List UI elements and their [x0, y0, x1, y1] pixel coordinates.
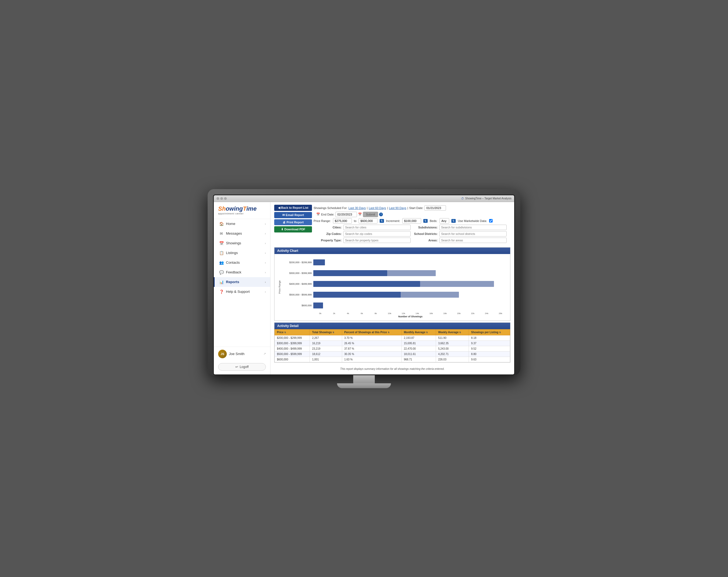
- zip-codes-input[interactable]: [343, 231, 411, 237]
- sort-icon-percent: ⇅: [388, 331, 390, 334]
- chevron-icon: ›: [265, 222, 266, 225]
- sidebar-item-showings[interactable]: 📅 Showings ›: [214, 239, 270, 248]
- increment-adjust-btn[interactable]: ⇅: [423, 219, 427, 223]
- activity-table: Price ⇅ Total Showings ⇅ Percent of Show…: [275, 329, 510, 362]
- last90-link[interactable]: Last 90 Days: [389, 207, 406, 210]
- price-to-input[interactable]: [359, 218, 378, 224]
- min-dot: [220, 197, 223, 200]
- chevron-icon: ›: [265, 271, 266, 274]
- end-date-input[interactable]: [335, 212, 357, 217]
- activity-table-section: Activity Detail Price ⇅ Total Showings ⇅…: [274, 323, 511, 363]
- cell-monthly: 968.71: [401, 357, 436, 362]
- subdivisions-field-row: Subdivisions:: [413, 225, 506, 230]
- chevron-icon: ›: [265, 232, 266, 235]
- bar-blue-5: [313, 303, 323, 308]
- back-to-report-list-button[interactable]: ◀ Back to Report List: [274, 205, 312, 211]
- property-type-label: Property Type:: [317, 239, 342, 242]
- col-monthly[interactable]: Monthly Average ⇅: [401, 329, 436, 335]
- cell-total: 23,219: [310, 346, 342, 351]
- col-per-listing[interactable]: Showings per Listing ⇅: [469, 329, 510, 335]
- showings-info: Showings Scheduled For: Last 30 Days | L…: [314, 205, 511, 244]
- bar-blue-1: [313, 259, 325, 265]
- cell-percent: 1.63 %: [342, 357, 401, 362]
- help-circle-icon[interactable]: ?: [379, 213, 383, 216]
- price-filter-row: Price Range: to ⇅ Increment: ⇅ Beds:: [314, 218, 511, 224]
- property-type-input[interactable]: [343, 238, 411, 243]
- email-label: Email Report: [286, 213, 304, 217]
- areas-field-row: Areas:: [413, 238, 506, 243]
- chart-content: $200,000 - $299,999 $300,000 - $399,999: [282, 257, 508, 318]
- showings-icon: 📅: [219, 241, 224, 245]
- col-weekly[interactable]: Weekly Average ⇅: [436, 329, 469, 335]
- sidebar-item-help[interactable]: ❓ Help & Support ›: [214, 287, 270, 297]
- marketwide-checkbox[interactable]: [489, 219, 493, 222]
- subdivisions-input[interactable]: [439, 225, 506, 230]
- col-percent[interactable]: Percent of Showings at this Price ⇅: [342, 329, 401, 335]
- x-tick-2: 2k: [327, 312, 341, 314]
- cities-input[interactable]: [343, 225, 411, 230]
- pdf-label: Download PDF: [284, 228, 306, 231]
- bar-row-5: $600,000: [282, 303, 508, 308]
- download-pdf-button[interactable]: ⬇ Download PDF: [274, 226, 312, 232]
- price-to-sep: to: [354, 219, 357, 222]
- action-buttons: ◀ Back to Report List ✉ Email Report 🖨 P…: [274, 205, 312, 232]
- scheduled-label: Showings Scheduled For:: [314, 207, 347, 210]
- cell-per-listing: 9.37: [469, 340, 510, 346]
- sort-icon-weekly: ⇅: [459, 331, 461, 334]
- bar-row-1: $200,000 - $299,999: [282, 259, 508, 265]
- print-icon: 🖨: [283, 221, 286, 224]
- y-axis-label: Price Range: [278, 280, 281, 294]
- table-row: $500,000 - $599,999 18,612 30.35 % 18,01…: [275, 351, 510, 357]
- sidebar-item-contacts[interactable]: 👥 Contacts ›: [214, 258, 270, 268]
- last60-link[interactable]: Last 60 Days: [369, 207, 386, 210]
- beds-label: Beds:: [430, 219, 437, 222]
- start-date-label: Start Date:: [409, 207, 423, 210]
- sidebar-item-home[interactable]: 🏠 Home ›: [214, 219, 270, 229]
- end-date-icon: 📅: [316, 213, 320, 216]
- chevron-icon: ›: [265, 242, 266, 245]
- search-fields: Cities: Subdivisions: Zip Codes:: [314, 224, 511, 244]
- subdivisions-label: Subdivisions:: [413, 226, 438, 229]
- logoff-section: ↩ Logoff: [218, 363, 266, 370]
- sidebar-logo: ShowingTime appointment center: [214, 202, 270, 219]
- price-from-input[interactable]: [333, 218, 352, 224]
- user-profile[interactable]: JS Joe Smith ↗: [214, 347, 270, 361]
- col-total-showings[interactable]: Total Showings ⇅: [310, 329, 342, 335]
- cell-price: $300,000 - $399,999: [275, 340, 310, 346]
- cell-monthly: 15,695.81: [401, 340, 436, 346]
- table-row: $300,000 - $399,999 16,219 26.45 % 15,69…: [275, 340, 510, 346]
- x-tick-12: 12k: [397, 312, 410, 314]
- cell-price: $500,000 - $599,999: [275, 351, 310, 357]
- contacts-icon: 👥: [219, 260, 224, 265]
- sidebar-item-reports[interactable]: 📊 Reports ›: [214, 277, 270, 287]
- cell-per-listing: 9.52: [469, 346, 510, 351]
- email-report-button[interactable]: ✉ Email Report: [274, 212, 312, 218]
- sidebar-label-help: Help & Support: [226, 290, 250, 294]
- school-districts-field-row: School Districts:: [413, 231, 506, 237]
- sidebar-item-feedback[interactable]: 💬 Feedback ›: [214, 268, 270, 277]
- logoff-button[interactable]: ↩ Logoff: [218, 363, 266, 370]
- school-districts-input[interactable]: [439, 231, 506, 237]
- sort-icon-monthly: ⇅: [426, 331, 428, 334]
- logoff-label: Logoff: [240, 365, 249, 369]
- areas-input[interactable]: [439, 238, 506, 243]
- cell-price: $600,000: [275, 357, 310, 362]
- sidebar-item-listings[interactable]: 📋 Listings ›: [214, 248, 270, 258]
- col-price[interactable]: Price ⇅: [275, 329, 310, 335]
- cell-monthly: 18,011.61: [401, 351, 436, 357]
- chevron-icon: ›: [265, 261, 266, 264]
- bar-blue-3: [313, 281, 420, 287]
- submit-button[interactable]: Submit: [363, 212, 378, 217]
- price-adjust-btn[interactable]: ⇅: [380, 219, 384, 223]
- last30-link[interactable]: Last 30 Days: [348, 207, 366, 210]
- chart-inner: Price Range $200,000 - $299,999: [277, 257, 508, 318]
- sidebar-item-messages[interactable]: ✉ Messages ›: [214, 229, 270, 239]
- start-date-input[interactable]: [424, 205, 446, 211]
- sort-icon-price: ⇅: [284, 331, 286, 334]
- cell-weekly: 226.03: [436, 357, 469, 362]
- chevron-icon: ›: [265, 280, 266, 284]
- print-report-button[interactable]: 🖨 Print Report: [274, 219, 312, 225]
- beds-input[interactable]: [440, 218, 449, 224]
- beds-adjust-btn[interactable]: ⇅: [451, 219, 456, 223]
- increment-input[interactable]: [402, 218, 421, 224]
